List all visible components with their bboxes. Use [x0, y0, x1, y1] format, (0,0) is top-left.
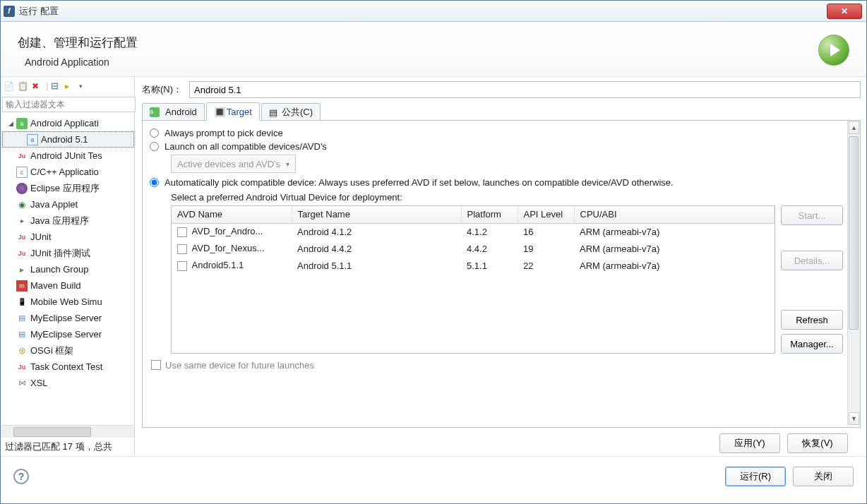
- run-button[interactable]: 运行(R): [725, 467, 786, 486]
- tab-target[interactable]: 🔳Target: [206, 102, 260, 121]
- filter-status: 过滤器已匹配 17 项，总共: [1, 438, 134, 456]
- target-icon: 🔳: [214, 107, 224, 116]
- tree-item[interactable]: Java Applet: [2, 196, 134, 212]
- new-config-icon[interactable]: [4, 80, 15, 92]
- header-sub: Android Application: [18, 56, 818, 68]
- tree-item[interactable]: Eclipse 应用程序: [2, 180, 134, 196]
- tab-android[interactable]: Android: [142, 103, 205, 120]
- refresh-button[interactable]: Refresh: [781, 310, 843, 330]
- filter-input[interactable]: [2, 97, 136, 112]
- app-icon: f: [4, 6, 15, 17]
- left-toolbar: | ▾: [1, 77, 134, 95]
- manager-button[interactable]: Manager...: [781, 334, 843, 354]
- radio-launch-all[interactable]: Launch on all compatible devices/AVD's: [150, 141, 843, 152]
- future-launches-checkbox[interactable]: Use same device for future launches: [151, 359, 843, 371]
- col-target[interactable]: Target Name: [292, 206, 461, 223]
- tree-item[interactable]: Android 5.1: [2, 131, 134, 148]
- window-title: 运行 配置: [19, 5, 827, 18]
- header-title: 创建、管理和运行配置: [18, 35, 818, 51]
- tree-item[interactable]: MyEclipse Server: [2, 310, 134, 326]
- tab-common[interactable]: ▤公共(C): [261, 103, 321, 120]
- tabs: Android 🔳Target ▤公共(C): [142, 102, 861, 121]
- radio-auto[interactable]: Automatically pick compatible device: Al…: [150, 177, 843, 188]
- col-platform[interactable]: Platform: [461, 206, 518, 223]
- tree-item[interactable]: OSGi 框架: [2, 342, 134, 359]
- tree-item[interactable]: C/C++ Applicatio: [2, 164, 134, 180]
- tree-item[interactable]: XSL: [2, 375, 134, 391]
- header: 创建、管理和运行配置 Android Application: [1, 22, 866, 77]
- radio-always[interactable]: Always prompt to pick device: [150, 128, 843, 138]
- devices-combo: Active devices and AVD's: [171, 155, 296, 173]
- tree-item[interactable]: MyEclipse Server: [2, 326, 134, 342]
- close-icon[interactable]: ✕: [827, 4, 862, 19]
- avd-table[interactable]: AVD Name Target Name Platform API Level …: [171, 205, 775, 354]
- table-row[interactable]: AVD_for_Nexus...Android 4.4.24.4.219ARM …: [172, 240, 775, 257]
- h-scrollbar[interactable]: [1, 425, 134, 438]
- common-icon: ▤: [269, 107, 279, 117]
- table-row[interactable]: AVD_for_Andro...Android 4.1.24.1.216ARM …: [172, 223, 775, 240]
- left-panel: | ▾ ◢Android ApplicatiAndroid 5.1Android…: [1, 77, 135, 456]
- details-button[interactable]: Details...: [781, 251, 843, 270]
- footer: ? 运行(R) 关闭: [1, 457, 866, 496]
- tree-item[interactable]: Launch Group: [2, 261, 134, 277]
- tree-item[interactable]: Maven Build: [2, 277, 134, 294]
- table-row[interactable]: Android5.1.1Android 5.1.15.1.122ARM (arm…: [172, 257, 775, 274]
- col-api[interactable]: API Level: [518, 206, 574, 223]
- collapse-icon[interactable]: [51, 80, 62, 92]
- tree-item[interactable]: JUnit: [2, 229, 134, 245]
- titlebar: f 运行 配置 ✕: [1, 1, 866, 22]
- tree-item[interactable]: Task Context Test: [2, 359, 134, 375]
- name-input[interactable]: [189, 81, 861, 98]
- apply-button[interactable]: 应用(Y): [719, 433, 780, 453]
- run-icon: [818, 35, 849, 66]
- name-label: 名称(N)：: [142, 83, 182, 96]
- tree-item[interactable]: ◢Android Applicati: [2, 115, 134, 131]
- duplicate-icon[interactable]: [18, 80, 29, 92]
- delete-icon[interactable]: [32, 80, 43, 92]
- v-scrollbar[interactable]: ▲ ▼: [847, 121, 860, 426]
- start-button[interactable]: Start...: [781, 205, 843, 225]
- col-avd[interactable]: AVD Name: [172, 206, 292, 223]
- revert-button[interactable]: 恢复(V): [787, 433, 848, 453]
- right-panel: 名称(N)： Android 🔳Target ▤公共(C) Always pro…: [135, 77, 866, 456]
- tree-item[interactable]: JUnit 插件测试: [2, 245, 134, 261]
- filter-icon[interactable]: [65, 80, 76, 92]
- tree-item[interactable]: Java 应用程序: [2, 212, 134, 229]
- config-tree: ◢Android ApplicatiAndroid 5.1Android JUn…: [1, 114, 134, 425]
- avd-select-label: Select a preferred Android Virtual Devic…: [171, 192, 843, 203]
- col-cpu[interactable]: CPU/ABI: [574, 206, 775, 223]
- close-button[interactable]: 关闭: [793, 467, 854, 486]
- help-icon[interactable]: ?: [13, 469, 29, 484]
- tree-item[interactable]: Mobile Web Simu: [2, 294, 134, 310]
- run-config-window: f 运行 配置 ✕ 创建、管理和运行配置 Android Application…: [0, 0, 867, 504]
- tree-item[interactable]: Android JUnit Tes: [2, 148, 134, 164]
